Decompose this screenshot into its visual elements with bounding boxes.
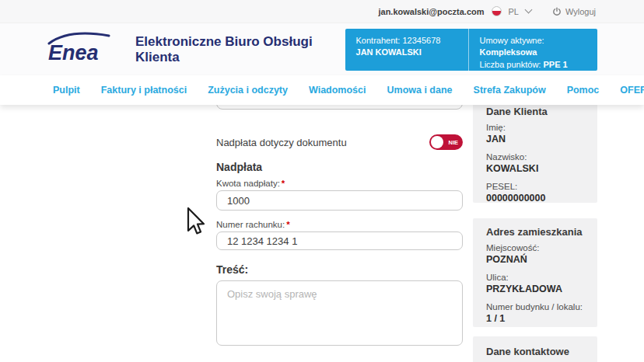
required-asterisk: * [286,220,289,229]
client-data-card: Dane Klienta Imię: JAN Nazwisko: KOWALSK… [473,93,597,203]
umowy-label: Umowy aktywne: [480,35,568,47]
toggle-label: Nadpłata dotyczy dokumentu [216,137,347,148]
nav-item-pomoc[interactable]: Pomoc [567,85,600,96]
kwota-input[interactable] [216,190,463,211]
field-value: 00000000000 [486,193,584,204]
logout-button[interactable]: Wyloguj [552,7,596,16]
language-selector[interactable]: PL [509,7,519,16]
header: Enea Elektroniczne Biuro Obsługi Klienta… [0,23,644,75]
field-value: POZNAŃ [486,254,584,265]
rachunek-label: Numer rachunku:* [216,220,290,229]
section-title-tresc: Treść: [216,263,248,276]
field-value: JAN [486,134,584,144]
topbar: jan.kowalski@poczta.com PL Wyloguj [0,0,644,23]
umowy-value: Kompleksowa [480,47,568,59]
logout-label: Wyloguj [565,7,596,16]
address-card-title: Adres zamieszkania [486,226,584,238]
kontrahent-number: Kontrahent: 12345678 [356,35,468,47]
polish-flag-icon[interactable] [492,6,502,16]
field-label: Numer budynku / lokalu: [486,302,584,312]
logo-text: Enea [48,41,99,65]
contact-card: Dane kontaktowe Telefon: [473,336,597,362]
contact-card-title: Dane kontaktowe [486,346,584,357]
field-label: Nazwisko: [486,152,584,162]
tresc-textarea[interactable] [216,280,463,346]
address-card: Adres zamieszkania Miejscowość: POZNAŃ U… [473,218,597,327]
chevron-down-icon[interactable] [525,6,533,14]
field-value: 1 / 1 [486,313,584,324]
content-area: Nadpłata dotyczy dokumentu NIE Nadpłata … [0,105,644,362]
page-title: Elektroniczne Biuro Obsługi Klienta [135,34,345,65]
nav-item-zuzycia[interactable]: Zużycia i odczyty [208,85,288,96]
toggle-row: Nadpłata dotyczy dokumentu NIE [216,134,463,150]
toggle-knob [431,136,443,148]
punkty-value: PPE 1 [543,60,567,69]
mouse-pointer-icon [185,207,205,236]
contractor-name: JAN KOWALSKI [356,47,468,59]
contractor-right: Umowy aktywne: Kompleksowa Liczba punktó… [469,29,568,71]
field-value: PRZYKŁADOWA [486,284,584,294]
nav-item-pulpit[interactable]: Pulpit [53,85,80,96]
document-toggle[interactable]: NIE [429,134,463,150]
nav-item-oferta[interactable]: OFERTA DLA CIEBIE [620,85,644,96]
nav-item-wiadomosci[interactable]: Wiadomości [309,85,366,96]
main-nav: Pulpit Faktury i płatności Zużycia i odc… [0,75,644,105]
field-value: KOWALSKI [486,163,584,174]
client-card-title: Dane Klienta [486,106,584,117]
ebok-window: jan.kowalski@poczta.com PL Wyloguj Enea … [0,0,644,362]
contractor-left: Kontrahent: 12345678 JAN KOWALSKI [345,29,468,71]
field-label: PESEL: [486,182,584,191]
enea-logo[interactable]: Enea [45,32,112,68]
kwota-label: Kwota nadpłaty:* [216,179,285,188]
user-email: jan.kowalski@poczta.com [378,7,484,16]
contractor-info-box: Kontrahent: 12345678 JAN KOWALSKI Umowy … [345,29,597,71]
nav-item-umowa[interactable]: Umowa i dane [387,85,453,96]
power-icon [552,7,562,16]
section-title-nadplata: Nadpłata [216,161,262,173]
toggle-state-label: NIE [448,139,458,146]
nav-item-strefa[interactable]: Strefa Zakupów [474,85,546,96]
field-label: Imię: [486,123,584,132]
rachunek-input[interactable] [216,231,463,250]
required-asterisk: * [282,179,285,188]
field-label: Miejscowość: [486,243,584,252]
punkty-line: Liczba punktów: PPE 1 [480,59,568,71]
field-label: Ulica: [486,273,584,282]
nav-item-faktury[interactable]: Faktury i płatności [101,85,187,96]
